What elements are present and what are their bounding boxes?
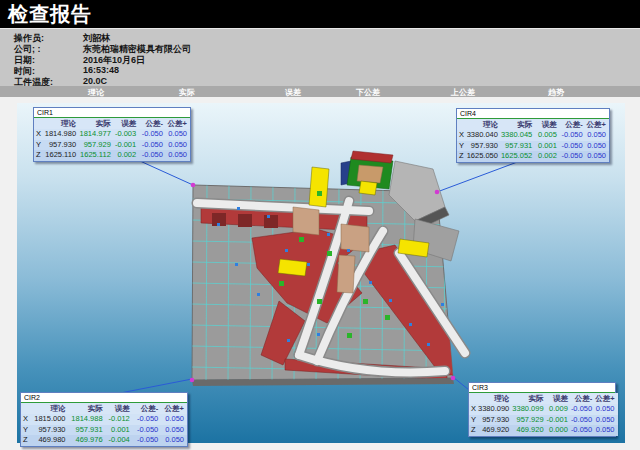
tol-minus-value: -0.050	[560, 141, 586, 152]
callout-table-cir4[interactable]: CIR4理论实际误差公差-公差+X3380.0403380.0450.005-0…	[456, 108, 610, 163]
column-header-bar: 理论 实际 误差 下公差 上公差 趋势	[0, 86, 640, 97]
error-value: -0.001	[547, 415, 571, 426]
axis-label: X	[457, 130, 466, 141]
callout-col-header: 理论	[43, 118, 79, 129]
callout-corner-cell	[469, 393, 478, 404]
actual-value: 957.931	[69, 425, 106, 436]
error-value: -0.003	[114, 129, 139, 140]
tol-minus-value: -0.050	[133, 414, 162, 425]
tol-plus-value: 0.050	[166, 140, 190, 151]
error-value: 0.005	[535, 130, 560, 141]
leader-line-cir3	[453, 377, 469, 390]
tol-plus-value: 0.050	[595, 425, 617, 436]
temperature-value: 20.0C	[83, 76, 107, 86]
actual-value: 469.920	[512, 425, 546, 436]
tol-minus-value: -0.050	[571, 415, 595, 426]
error-value: 0.002	[114, 150, 139, 161]
callout-col-header: 误差	[535, 119, 560, 130]
tol-plus-value: 0.050	[586, 151, 609, 162]
theoretical-value: 957.930	[30, 425, 69, 436]
info-row-time: 时间: 16:53:48	[0, 65, 640, 76]
callout-table-cir3[interactable]: CIR3理论实际误差公差-公差+X3380.0903380.0990.009-0…	[468, 382, 616, 437]
tol-plus-value: 0.050	[595, 404, 617, 415]
callout-grid: 理论实际误差公差-公差+X1814.9801814.977-0.003-0.05…	[34, 118, 190, 161]
theoretical-value: 1625.050	[466, 151, 501, 162]
callout-col-header: 实际	[512, 393, 546, 404]
theoretical-value: 3380.090	[478, 404, 512, 415]
callout-col-header: 误差	[547, 393, 571, 404]
theoretical-value: 957.930	[466, 141, 501, 152]
actual-value: 1814.977	[79, 129, 114, 140]
theoretical-value: 469.920	[478, 425, 512, 436]
time-value: 16:53:48	[83, 65, 119, 75]
tol-minus-value: -0.050	[560, 130, 586, 141]
actual-value: 957.929	[512, 415, 546, 426]
tol-plus-value: 0.050	[161, 435, 187, 446]
callout-title: CIR4	[457, 109, 609, 119]
tol-minus-value: -0.050	[133, 425, 162, 436]
actual-value: 3380.045	[501, 130, 535, 141]
tol-minus-value: -0.050	[139, 140, 166, 151]
callout-title: CIR3	[469, 383, 615, 393]
callout-grid: 理论实际误差公差-公差+X3380.0903380.0990.009-0.050…	[469, 393, 615, 436]
axis-label: Z	[21, 435, 30, 446]
tol-plus-value: 0.050	[161, 414, 187, 425]
theoretical-value: 1815.000	[30, 414, 69, 425]
callout-corner-cell	[21, 403, 30, 414]
axis-label: X	[21, 414, 30, 425]
axis-label: Z	[469, 425, 478, 436]
axis-label: Z	[34, 150, 43, 161]
error-value: -0.012	[106, 414, 133, 425]
actual-value: 1625.052	[501, 151, 535, 162]
tol-minus-value: -0.050	[133, 435, 162, 446]
axis-label: X	[34, 129, 43, 140]
callout-title: CIR1	[34, 108, 190, 118]
tol-plus-value: 0.050	[586, 141, 609, 152]
callout-col-header: 误差	[114, 118, 139, 129]
actual-value: 957.929	[79, 140, 114, 151]
theoretical-value: 1814.980	[43, 129, 79, 140]
error-value: 0.001	[535, 141, 560, 152]
axis-label: Y	[457, 141, 466, 152]
tol-minus-value: -0.050	[571, 425, 595, 436]
actual-value: 1814.988	[69, 414, 106, 425]
callout-table-cir1[interactable]: CIR1理论实际误差公差-公差+X1814.9801814.977-0.003-…	[33, 107, 191, 162]
actual-value: 957.931	[501, 141, 535, 152]
callout-grid: 理论实际误差公差-公差+X1815.0001814.988-0.012-0.05…	[21, 403, 187, 446]
actual-value: 469.976	[69, 435, 106, 446]
theoretical-value: 1625.110	[43, 150, 79, 161]
tol-plus-value: 0.050	[595, 415, 617, 426]
callout-col-header: 理论	[478, 393, 512, 404]
info-row-date: 日期: 2016年10月6日	[0, 54, 640, 65]
callout-col-header: 公差-	[571, 393, 595, 404]
callout-corner-cell	[457, 119, 466, 130]
error-value: -0.004	[106, 435, 133, 446]
error-value: 0.001	[106, 425, 133, 436]
callout-col-header: 实际	[79, 118, 114, 129]
info-row-operator: 操作员: 刘韶林	[0, 32, 640, 43]
tol-minus-value: -0.050	[571, 404, 595, 415]
report-title-bar: 检查报告	[0, 0, 640, 28]
callout-col-header: 公差+	[161, 403, 187, 414]
callout-grid: 理论实际误差公差-公差+X3380.0403380.0450.005-0.050…	[457, 119, 609, 162]
callout-title: CIR2	[21, 393, 187, 403]
leader-line-cir1	[140, 161, 193, 185]
callout-table-cir2[interactable]: CIR2理论实际误差公差-公差+X1815.0001814.988-0.012-…	[20, 392, 188, 447]
tol-plus-value: 0.050	[161, 425, 187, 436]
callout-col-header: 理论	[30, 403, 69, 414]
callout-col-header: 实际	[69, 403, 106, 414]
callout-col-header: 公差-	[139, 118, 166, 129]
axis-label: Z	[457, 151, 466, 162]
theoretical-value: 957.930	[478, 415, 512, 426]
tol-minus-value: -0.050	[560, 151, 586, 162]
error-value: 0.009	[547, 404, 571, 415]
error-value: 0.002	[535, 151, 560, 162]
callout-col-header: 公差+	[166, 118, 190, 129]
tol-plus-value: 0.050	[166, 129, 190, 140]
leader-line-cir4	[437, 161, 520, 192]
tol-plus-value: 0.050	[166, 150, 190, 161]
page-title: 检查报告	[8, 1, 92, 28]
tol-minus-value: -0.050	[139, 129, 166, 140]
callout-col-header: 理论	[466, 119, 501, 130]
actual-value: 1625.112	[79, 150, 114, 161]
